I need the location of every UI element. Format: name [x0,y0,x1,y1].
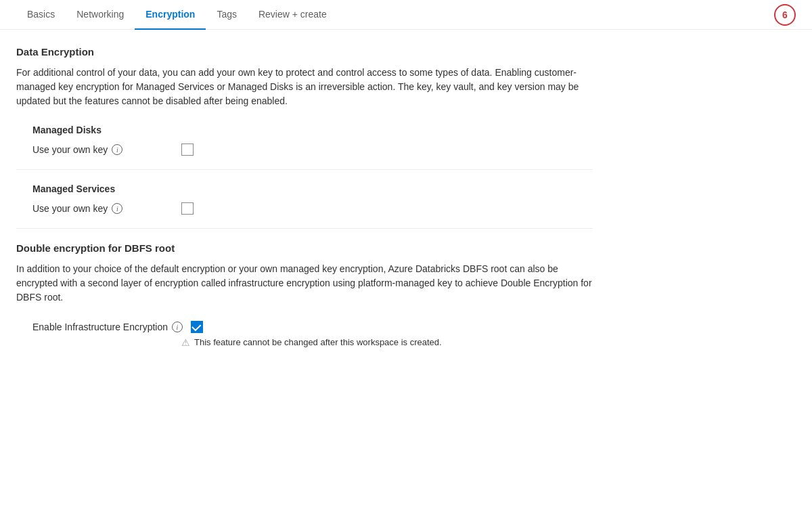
warning-text: This feature cannot be changed after thi… [194,337,442,347]
managed-services-label: Use your own key i [32,203,181,214]
divider-2 [16,228,593,229]
divider-1 [16,169,593,170]
tab-review-create[interactable]: Review + create [248,0,338,30]
enable-infra-info-icon[interactable]: i [172,322,183,332]
managed-services-section: Managed Services Use your own key i [16,183,593,215]
warning-row: ⚠ This feature cannot be changed after t… [32,337,442,348]
managed-disks-info-icon[interactable]: i [112,144,122,155]
data-encryption-title: Data Encryption [16,46,593,58]
tab-encryption[interactable]: Encryption [135,0,206,30]
tab-tags[interactable]: Tags [206,0,248,30]
managed-disks-label: Use your own key i [32,144,181,155]
managed-services-checkbox[interactable] [181,202,194,215]
managed-disks-title: Managed Disks [16,125,593,135]
managed-disks-checkbox[interactable] [181,144,194,156]
enable-infra-row: Enable Infrastructure Encryption i [32,321,203,333]
double-encryption-section: Double encryption for DBFS root In addit… [16,242,593,348]
step-badge: 6 [774,4,796,26]
data-encryption-description: For additional control of your data, you… [16,66,593,108]
managed-services-info-icon[interactable]: i [112,203,122,214]
tab-networking[interactable]: Networking [66,0,135,30]
enable-infra-label: Enable Infrastructure Encryption i [32,322,183,332]
managed-services-row: Use your own key i [16,202,593,215]
double-encryption-title: Double encryption for DBFS root [16,242,593,254]
warning-triangle-icon: ⚠ [181,337,190,348]
enable-infra-container: Enable Infrastructure Encryption i ⚠ Thi… [16,321,593,348]
enable-infra-checkbox[interactable] [191,321,203,333]
managed-services-title: Managed Services [16,183,593,194]
tab-bar: Basics Networking Encryption Tags Review… [0,0,812,30]
managed-disks-row: Use your own key i [16,144,593,156]
tab-basics[interactable]: Basics [16,0,66,30]
managed-disks-section: Managed Disks Use your own key i [16,125,593,156]
double-encryption-description: In addition to your choice of the defaul… [16,262,593,305]
data-encryption-section: Data Encryption For additional control o… [16,46,593,108]
main-content: Data Encryption For additional control o… [0,30,609,378]
